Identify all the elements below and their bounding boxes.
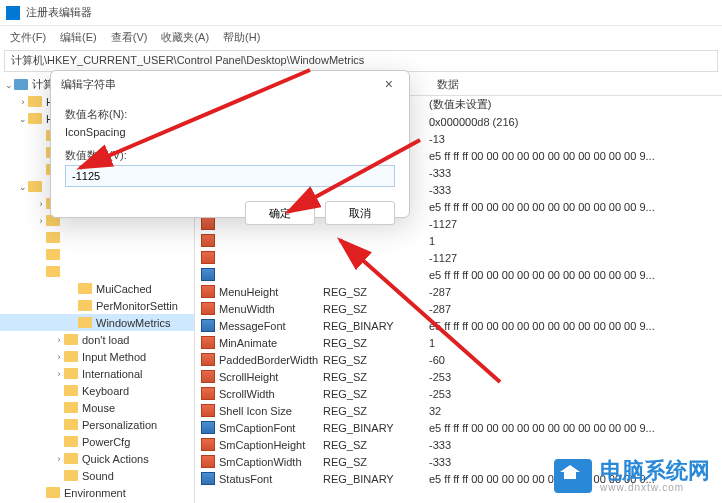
chevron-right-icon[interactable]: › <box>54 335 64 345</box>
value-name-label: 数值名称(N): <box>65 107 395 122</box>
value-data: e5 ff ff ff 00 00 00 00 00 00 00 00 00 0… <box>429 320 722 332</box>
folder-icon <box>64 419 78 430</box>
value-data: e5 ff ff ff 00 00 00 00 00 00 00 00 00 0… <box>429 201 722 213</box>
col-data[interactable]: 数据 <box>429 74 722 95</box>
chevron-right-icon[interactable]: › <box>36 216 46 226</box>
value-name: Shell Icon Size <box>219 405 323 417</box>
tree-item[interactable]: Keyboard <box>0 382 194 399</box>
watermark-icon <box>554 459 592 493</box>
address-bar[interactable]: 计算机\HKEY_CURRENT_USER\Control Panel\Desk… <box>4 50 718 72</box>
tree-item[interactable]: ›Input Method <box>0 348 194 365</box>
tree-item[interactable]: ›Quick Actions <box>0 450 194 467</box>
list-row[interactable]: Shell Icon SizeREG_SZ32 <box>195 402 722 419</box>
list-row[interactable]: MinAnimateREG_SZ1 <box>195 334 722 351</box>
list-row[interactable]: 1 <box>195 232 722 249</box>
tree-item[interactable] <box>0 229 194 246</box>
watermark-url: www.dnxtw.com <box>600 482 710 493</box>
folder-icon <box>46 487 60 498</box>
list-row[interactable]: SmCaptionFontREG_BINARYe5 ff ff ff 00 00… <box>195 419 722 436</box>
tree-item[interactable]: ›International <box>0 365 194 382</box>
value-name: SmCaptionHeight <box>219 439 323 451</box>
tree-item-label: International <box>82 368 143 380</box>
value-data-label: 数值数据(V): <box>65 148 395 163</box>
value-data: -253 <box>429 388 722 400</box>
tree-item[interactable]: Mouse <box>0 399 194 416</box>
tree-item[interactable] <box>0 263 194 280</box>
list-row[interactable]: ScrollWidthREG_SZ-253 <box>195 385 722 402</box>
value-type: REG_SZ <box>323 388 429 400</box>
string-value-icon <box>201 404 215 417</box>
tree-item[interactable]: WindowMetrics <box>0 314 194 331</box>
value-name: PaddedBorderWidth <box>219 354 323 366</box>
folder-icon <box>28 181 42 192</box>
list-row[interactable]: PaddedBorderWidthREG_SZ-60 <box>195 351 722 368</box>
ok-button[interactable]: 确定 <box>245 201 315 225</box>
value-data: -333 <box>429 167 722 179</box>
folder-icon <box>28 96 42 107</box>
list-row[interactable]: MenuHeightREG_SZ-287 <box>195 283 722 300</box>
tree-item[interactable]: PowerCfg <box>0 433 194 450</box>
value-type: REG_SZ <box>323 456 429 468</box>
tree-item[interactable]: ›don't load <box>0 331 194 348</box>
value-data: -333 <box>429 184 722 196</box>
value-data: 1 <box>429 337 722 349</box>
value-data: -1127 <box>429 252 722 264</box>
tree-item-label: Personalization <box>82 419 157 431</box>
tree-item[interactable]: Sound <box>0 467 194 484</box>
tree-item-label: Environment <box>64 487 126 499</box>
binary-value-icon <box>201 268 215 281</box>
menu-edit[interactable]: 编辑(E) <box>54 28 103 47</box>
chevron-right-icon[interactable]: › <box>54 352 64 362</box>
list-row[interactable]: SmCaptionHeightREG_SZ-333 <box>195 436 722 453</box>
list-row[interactable]: e5 ff ff ff 00 00 00 00 00 00 00 00 00 0… <box>195 266 722 283</box>
list-row[interactable]: -1127 <box>195 249 722 266</box>
folder-icon <box>64 351 78 362</box>
edit-string-dialog: 编辑字符串 × 数值名称(N): IconSpacing 数值数据(V): 确定… <box>50 70 410 218</box>
menu-bar: 文件(F) 编辑(E) 查看(V) 收藏夹(A) 帮助(H) <box>0 26 722 48</box>
chevron-right-icon[interactable]: › <box>36 199 46 209</box>
menu-view[interactable]: 查看(V) <box>105 28 154 47</box>
menu-favorites[interactable]: 收藏夹(A) <box>155 28 215 47</box>
folder-icon <box>28 113 42 124</box>
tree-item[interactable]: Personalization <box>0 416 194 433</box>
value-name: MinAnimate <box>219 337 323 349</box>
menu-file[interactable]: 文件(F) <box>4 28 52 47</box>
value-data: -333 <box>429 439 722 451</box>
tree-item[interactable]: Environment <box>0 484 194 501</box>
chevron-down-icon[interactable]: ⌄ <box>4 80 14 90</box>
value-data: 1 <box>429 235 722 247</box>
folder-icon <box>64 402 78 413</box>
string-value-icon <box>201 387 215 400</box>
tree-item-label: Input Method <box>82 351 146 363</box>
value-type: REG_SZ <box>323 286 429 298</box>
value-data-input[interactable] <box>65 165 395 187</box>
close-icon[interactable]: × <box>379 76 399 92</box>
folder-icon <box>64 470 78 481</box>
value-type: REG_BINARY <box>323 473 429 485</box>
value-data: e5 ff ff ff 00 00 00 00 00 00 00 00 00 0… <box>429 269 722 281</box>
list-row[interactable]: MessageFontREG_BINARYe5 ff ff ff 00 00 0… <box>195 317 722 334</box>
title-bar: 注册表编辑器 <box>0 0 722 26</box>
tree-item[interactable] <box>0 246 194 263</box>
chevron-down-icon[interactable]: ⌄ <box>18 114 28 124</box>
tree-item-label: PowerCfg <box>82 436 130 448</box>
value-data: e5 ff ff ff 00 00 00 00 00 00 00 00 00 0… <box>429 422 722 434</box>
folder-icon <box>14 79 28 90</box>
chevron-right-icon[interactable]: › <box>54 369 64 379</box>
chevron-right-icon[interactable]: › <box>18 97 28 107</box>
value-data: 32 <box>429 405 722 417</box>
tree-item[interactable]: MuiCached <box>0 280 194 297</box>
menu-help[interactable]: 帮助(H) <box>217 28 266 47</box>
folder-icon <box>64 334 78 345</box>
chevron-right-icon[interactable]: › <box>54 454 64 464</box>
value-name: IconSpacing <box>65 124 395 144</box>
list-row[interactable]: ScrollHeightREG_SZ-253 <box>195 368 722 385</box>
list-row[interactable]: MenuWidthREG_SZ-287 <box>195 300 722 317</box>
watermark-text: 电脑系统网 <box>600 460 710 482</box>
cancel-button[interactable]: 取消 <box>325 201 395 225</box>
chevron-down-icon[interactable]: ⌄ <box>18 182 28 192</box>
tree-item[interactable]: PerMonitorSettin <box>0 297 194 314</box>
string-value-icon <box>201 370 215 383</box>
string-value-icon <box>201 455 215 468</box>
string-value-icon <box>201 302 215 315</box>
